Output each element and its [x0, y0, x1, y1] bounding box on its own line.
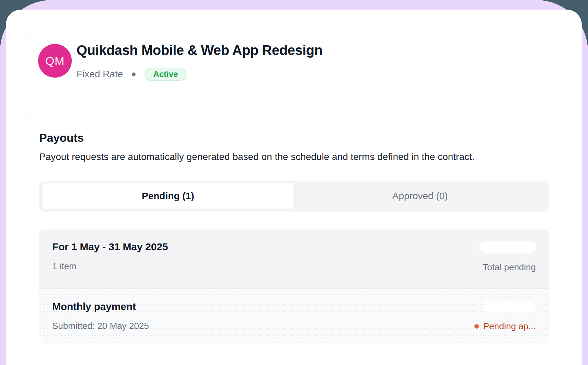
payout-status: Pending ap... [474, 321, 536, 332]
contract-type-label: Fixed Rate [77, 69, 123, 80]
tab-approved-label: Approved (0) [392, 191, 448, 202]
payouts-tabs: Pending (1) Approved (0) [39, 181, 549, 212]
item-amount-skeleton [484, 301, 536, 312]
status-badge: Active [145, 68, 186, 81]
status-badge-label: Active [153, 69, 178, 79]
total-pending-label: Total pending [483, 261, 536, 273]
tab-pending[interactable]: Pending (1) [42, 183, 294, 209]
payout-group-header: For 1 May - 31 May 2025 1 item Total pen… [39, 229, 549, 288]
project-meta: Fixed Rate Active [77, 68, 186, 81]
payout-item-submitted: Submitted: 20 May 2025 [52, 320, 149, 332]
app-frame: QM Quikdash Mobile & Web App Redesign Fi… [0, 0, 588, 365]
project-avatar: QM [38, 44, 72, 78]
total-amount-skeleton [479, 241, 536, 253]
payout-item-name: Monthly payment [52, 300, 149, 313]
payouts-title: Payouts [39, 130, 549, 145]
pending-status-dot-icon [474, 324, 479, 329]
main-window: QM Quikdash Mobile & Web App Redesign Fi… [6, 10, 582, 365]
payout-item-count: 1 item [52, 260, 168, 272]
payouts-description: Payout requests are automatically genera… [39, 151, 549, 163]
avatar-initials: QM [45, 54, 65, 68]
tab-pending-label: Pending (1) [142, 191, 194, 202]
project-title: Quikdash Mobile & Web App Redesign [77, 43, 322, 57]
payout-group: For 1 May - 31 May 2025 1 item Total pen… [39, 229, 549, 343]
payouts-card: Payouts Payout requests are automaticall… [26, 115, 562, 361]
payout-item-row[interactable]: Monthly payment Submitted: 20 May 2025 P… [39, 289, 549, 343]
project-header-card: QM Quikdash Mobile & Web App Redesign Fi… [26, 33, 562, 88]
tab-approved[interactable]: Approved (0) [294, 183, 546, 209]
separator-dot-icon [132, 72, 136, 76]
payout-status-label: Pending ap... [483, 321, 536, 332]
payout-period: For 1 May - 31 May 2025 [52, 240, 168, 253]
